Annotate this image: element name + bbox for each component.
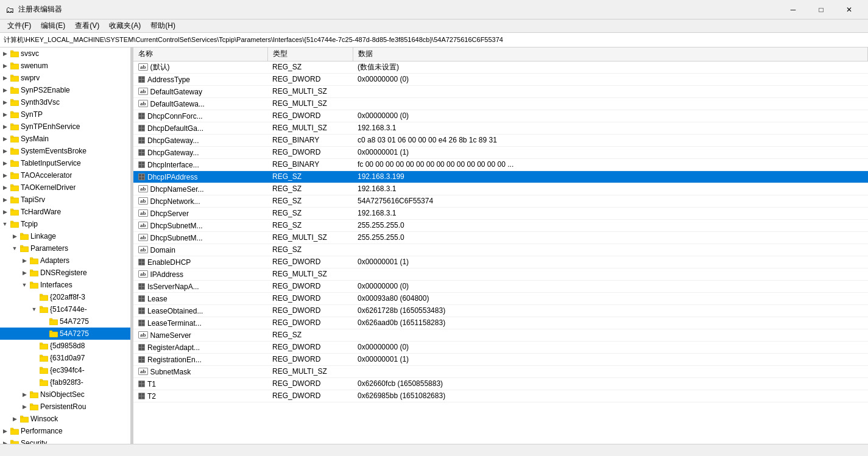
table-row[interactable]: abDhcpSubnetM...REG_SZ255.255.255.0 xyxy=(133,219,868,231)
menu-item[interactable]: 收藏夹(A) xyxy=(104,19,146,32)
tree-expander[interactable]: ▶ xyxy=(0,170,10,180)
tree-expander[interactable]: ▶ xyxy=(19,402,29,412)
tree-item-54A7275_1[interactable]: 54A7275 xyxy=(0,315,130,328)
tree-item-Winsock[interactable]: ▶ Winsock xyxy=(0,413,130,425)
tree-item-DNSRegistere[interactable]: ▶ DNSRegistere xyxy=(0,267,130,279)
tree-item-Security[interactable]: ▶ Security xyxy=(0,437,130,444)
tree-item-TabletInputService[interactable]: ▶ TabletInputService xyxy=(0,157,130,169)
menu-item[interactable]: 查看(V) xyxy=(70,19,104,32)
table-row[interactable]: EnableDHCPREG_DWORD0x00000001 (1) xyxy=(133,256,868,268)
table-row[interactable]: abDhcpNameSer...REG_SZ192.168.3.1 xyxy=(133,183,868,195)
tree-expander[interactable]: ▶ xyxy=(10,414,19,424)
tree-expander[interactable]: ▶ xyxy=(0,134,10,144)
tree-expander[interactable]: ▶ xyxy=(10,231,19,241)
tree-expander[interactable]: ▶ xyxy=(19,256,29,265)
tree-expander[interactable]: ▶ xyxy=(0,97,10,107)
tree-item-Interfaces[interactable]: ▼ Interfaces xyxy=(0,279,130,291)
table-row[interactable]: LeaseObtained...REG_DWORD0x6261728b (165… xyxy=(133,304,868,317)
tree-expander[interactable]: ▶ xyxy=(0,207,10,217)
table-row[interactable]: abDhcpServerREG_SZ192.168.3.1 xyxy=(133,207,868,219)
menu-item[interactable]: 编辑(E) xyxy=(36,19,70,32)
tree-expander[interactable]: ▼ xyxy=(19,280,29,290)
table-row[interactable]: ab(默认)REG_SZ(数值未设置) xyxy=(133,61,868,73)
close-button[interactable]: ✕ xyxy=(835,0,863,19)
tree-item-Performance[interactable]: ▶ Performance xyxy=(0,425,130,437)
tree-item-svsvc[interactable]: ▶ svsvc xyxy=(0,47,130,60)
tree-item-TcHardWare[interactable]: ▶ TcHardWare xyxy=(0,206,130,218)
tree-item-631d0a97[interactable]: {631d0a97 xyxy=(0,352,130,364)
tree-expander[interactable]: ▼ xyxy=(10,244,19,253)
table-row[interactable]: abDefaultGatewa...REG_MULTI_SZ xyxy=(133,97,868,110)
tree-expander[interactable] xyxy=(39,317,49,326)
tree-panel[interactable]: ▶ svsvc▶ swenum▶ swprv▶ SynPS2Enable▶ Sy… xyxy=(0,47,131,444)
tree-item-SynTP[interactable]: ▶ SynTP xyxy=(0,108,130,121)
tree-item-SynTPEnhService[interactable]: ▶ SynTPEnhService xyxy=(0,121,130,133)
tree-expander[interactable] xyxy=(29,292,39,302)
tree-item-54A7275_2[interactable]: 54A7275 xyxy=(0,328,130,340)
tree-expander[interactable]: ▶ xyxy=(0,438,10,444)
tree-expander[interactable]: ▶ xyxy=(0,85,10,95)
tree-expander[interactable]: ▶ xyxy=(19,390,29,399)
table-row[interactable]: abDefaultGatewayREG_MULTI_SZ xyxy=(133,85,868,97)
table-row[interactable]: DhcpConnForc...REG_DWORD0x00000000 (0) xyxy=(133,110,868,122)
table-row[interactable]: abDhcpSubnetM...REG_MULTI_SZ255.255.255.… xyxy=(133,231,868,244)
table-row[interactable]: T2REG_DWORD0x626985bb (1651082683) xyxy=(133,390,868,402)
maximize-button[interactable]: □ xyxy=(807,0,835,19)
tree-expander[interactable]: ▼ xyxy=(0,219,10,229)
tree-item-SystemEventsBroke[interactable]: ▶ SystemEventsBroke xyxy=(0,145,130,157)
table-row[interactable]: LeaseREG_DWORD0x00093a80 (604800) xyxy=(133,292,868,304)
table-row[interactable]: IsServerNapA...REG_DWORD0x00000000 (0) xyxy=(133,280,868,292)
values-panel[interactable]: 名称 类型 数据 ab(默认)REG_SZ(数值未设置) AddressType… xyxy=(133,47,868,444)
tree-expander[interactable]: ▶ xyxy=(19,268,29,278)
tree-expander[interactable]: ▶ xyxy=(0,183,10,192)
tree-item-NsiObjectSec[interactable]: ▶ NsiObjectSec xyxy=(0,388,130,401)
tree-expander[interactable] xyxy=(29,341,39,351)
table-row[interactable]: DhcpIPAddressREG_SZ192.168.3.199 xyxy=(133,170,868,183)
table-row[interactable]: DhcpDefaultGa...REG_MULTI_SZ192.168.3.1 xyxy=(133,122,868,134)
tree-expander[interactable]: ▶ xyxy=(0,110,10,119)
menu-item[interactable]: 文件(F) xyxy=(2,19,36,32)
table-row[interactable]: DhcpInterface...REG_BINARYfc 00 00 00 00… xyxy=(133,158,868,170)
table-row[interactable]: abDomainREG_SZ xyxy=(133,244,868,256)
tree-expander[interactable]: ▶ xyxy=(0,426,10,436)
tree-item-TAOAccelerator[interactable]: ▶ TAOAccelerator xyxy=(0,169,130,181)
tree-expander[interactable] xyxy=(29,365,39,375)
table-row[interactable]: abIPAddressREG_MULTI_SZ xyxy=(133,268,868,280)
table-row[interactable]: RegisterAdapt...REG_DWORD0x00000000 (0) xyxy=(133,341,868,353)
tree-expander[interactable] xyxy=(39,329,49,338)
table-row[interactable]: abNameServerREG_SZ xyxy=(133,329,868,341)
table-row[interactable]: T1REG_DWORD0x62660fcb (1650855883) xyxy=(133,377,868,390)
tree-item-SynPS2Enable[interactable]: ▶ SynPS2Enable xyxy=(0,84,130,96)
menu-item[interactable]: 帮助(H) xyxy=(146,19,180,32)
tree-item-Linkage[interactable]: ▶ Linkage xyxy=(0,230,130,242)
table-row[interactable]: abDhcpNetwork...REG_SZ54A7275616C6F55374 xyxy=(133,195,868,207)
tree-item-TapiSrv[interactable]: ▶ TapiSrv xyxy=(0,194,130,206)
tree-expander[interactable]: ▶ xyxy=(0,122,10,132)
tree-expander[interactable]: ▶ xyxy=(0,61,10,71)
tree-item-Tcpip[interactable]: ▼ Tcpip xyxy=(0,218,130,230)
tree-item-swprv[interactable]: ▶ swprv xyxy=(0,72,130,84)
tree-item-Adapters[interactable]: ▶ Adapters xyxy=(0,254,130,267)
tree-item-ec394fc4[interactable]: {ec394fc4- xyxy=(0,364,130,376)
tree-expander[interactable] xyxy=(29,353,39,363)
tree-item-202aff8f-3[interactable]: {202aff8f-3 xyxy=(0,291,130,303)
tree-expander[interactable]: ▶ xyxy=(0,195,10,205)
tree-item-Parameters[interactable]: ▼ Parameters xyxy=(0,242,130,254)
tree-expander[interactable]: ▼ xyxy=(29,304,39,314)
tree-item-Synth3dVsc[interactable]: ▶ Synth3dVsc xyxy=(0,96,130,108)
tree-expander[interactable]: ▶ xyxy=(0,146,10,156)
tree-item-TAOKernelDriver[interactable]: ▶ TAOKernelDriver xyxy=(0,181,130,194)
tree-item-PersistentRou[interactable]: ▶ PersistentRou xyxy=(0,401,130,413)
tree-item-swenum[interactable]: ▶ swenum xyxy=(0,60,130,72)
tree-item-fab928f3[interactable]: {fab928f3- xyxy=(0,376,130,388)
table-row[interactable]: LeaseTerminat...REG_DWORD0x626aad0b (165… xyxy=(133,317,868,329)
tree-item-5d9858d8[interactable]: {5d9858d8 xyxy=(0,340,130,352)
minimize-button[interactable]: ─ xyxy=(779,0,807,19)
tree-item-51c4744e[interactable]: ▼ {51c4744e- xyxy=(0,303,130,315)
table-row[interactable]: RegistrationEn...REG_DWORD0x00000001 (1) xyxy=(133,353,868,365)
tree-expander[interactable]: ▶ xyxy=(0,49,10,58)
tree-item-SysMain[interactable]: ▶ SysMain xyxy=(0,133,130,145)
table-row[interactable]: AddressTypeREG_DWORD0x00000000 (0) xyxy=(133,73,868,85)
table-row[interactable]: DhcpGateway...REG_BINARYc0 a8 03 01 06 0… xyxy=(133,134,868,146)
tree-expander[interactable] xyxy=(29,377,39,387)
